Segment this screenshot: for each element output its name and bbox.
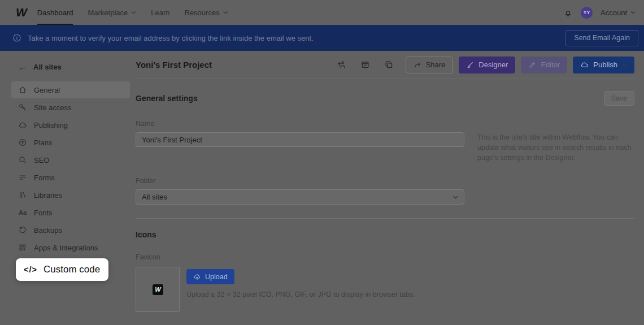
chevron-down-icon [131,11,136,14]
share-button[interactable]: Share [406,57,454,73]
publish-button[interactable]: Publish [573,57,634,73]
top-navigation-bar: W Dashboard Marketplace Learn Resources [0,0,644,25]
avatar[interactable]: YY [581,7,593,19]
chevron-down-icon [453,196,458,199]
page-title: Yoni's First Project [136,60,212,70]
settings-main: Yoni's First Project Share Designer [130,51,644,325]
sidebar-item-forms[interactable]: Forms [11,169,130,186]
icons-heading: Icons [136,230,634,239]
archive-icon[interactable] [358,58,373,72]
folder-select[interactable]: All sites [136,189,464,205]
editor-button[interactable]: Editor [521,57,567,73]
name-label: Name [136,120,634,128]
save-button[interactable]: Save [604,91,635,106]
forms-lines-icon [18,173,27,182]
folder-label: Folder [136,177,634,185]
sidebar-item-apps-integrations[interactable]: Apps & Integrations [11,239,130,256]
sidebar-item-publishing[interactable]: Publishing [11,116,130,133]
favicon-label: Favicon [136,253,634,261]
favicon-preview: W [136,267,180,312]
home-icon [18,85,27,94]
arrow-left-icon: ← [18,62,27,72]
sidebar-item-seo[interactable]: SEO [11,151,130,168]
nav-dashboard[interactable]: Dashboard [37,0,73,25]
section-divider [136,218,634,219]
email-verification-banner: Take a moment to verify your email addre… [0,25,644,51]
nav-learn[interactable]: Learn [151,0,169,25]
notifications-bell-icon[interactable] [563,8,573,18]
site-header: Yoni's First Project Share Designer [136,51,634,79]
send-email-again-button[interactable]: Send Email Again [565,30,638,46]
apps-grid-icon [18,243,27,252]
sidebar-item-site-access[interactable]: Site access [11,99,130,116]
publish-cloud-icon [580,60,589,69]
webflow-logo-icon[interactable]: W [16,6,26,19]
restore-history-icon [18,226,27,235]
banner-message: Take a moment to verify your email addre… [28,34,314,42]
code-icon: </> [24,265,37,274]
search-icon [18,155,27,164]
nav-marketplace[interactable]: Marketplace [88,0,136,25]
duplicate-icon[interactable] [382,58,397,72]
general-settings-heading: General settings [136,94,198,103]
pencil-icon [528,61,536,69]
favicon-upload-button[interactable]: Upload [186,269,234,284]
paintbrush-icon [466,61,474,69]
nav-resources[interactable]: Resources [185,0,228,25]
settings-sidebar: ← All sites General Site access Publishi… [0,51,130,325]
fonts-aa-icon: Aa [18,208,27,217]
name-help-text: This is the site's title within Webflow.… [477,132,634,163]
cloud-icon [18,120,27,129]
favicon-image: W [153,284,163,295]
chevron-down-icon [630,11,636,14]
sidebar-item-backups[interactable]: Backups [11,222,130,239]
primary-nav: Dashboard Marketplace Learn Resources [37,0,228,25]
sidebar-item-fonts[interactable]: Aa Fonts [11,204,130,221]
key-icon [18,103,27,112]
upgrade-circle-icon [18,138,27,147]
share-arrow-icon [414,61,421,69]
sidebar-item-plans[interactable]: Plans [11,134,130,151]
sidebar-item-libraries[interactable]: Libraries [11,187,130,203]
chevron-down-icon [622,63,627,67]
chevron-down-icon [223,11,228,14]
upload-cloud-icon [193,273,201,281]
sidebar-item-general[interactable]: General [11,81,130,98]
sidebar-item-custom-code-spotlight[interactable]: </> Custom code [16,258,108,281]
designer-button[interactable]: Designer [459,57,515,73]
transfer-site-icon[interactable] [334,58,349,72]
back-to-all-sites[interactable]: ← All sites [0,60,130,73]
info-icon [12,33,21,42]
favicon-description: Upload a 32 × 32 pixel ICO, PNG, GIF, or… [186,291,415,298]
account-menu[interactable]: Account [601,8,636,17]
site-name-input[interactable] [136,132,464,147]
library-books-icon [18,190,27,200]
